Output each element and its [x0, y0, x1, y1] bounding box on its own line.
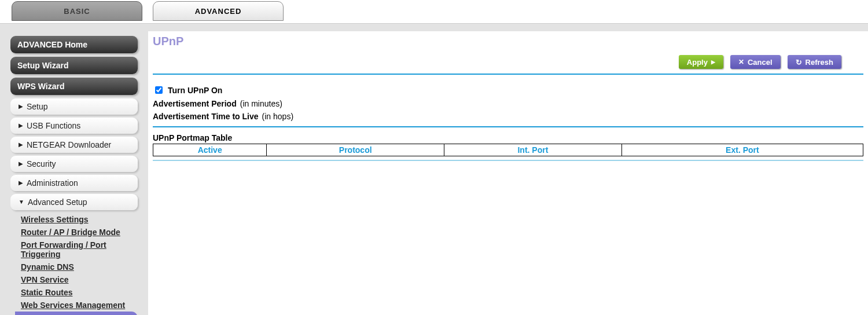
sub-item-port-forwarding[interactable]: Port Forwarding / Port Triggering [17, 239, 138, 261]
caret-right-icon: ▶ [19, 180, 23, 186]
sidebar-item-advanced-setup[interactable]: ▼ Advanced Setup [10, 194, 138, 210]
sidebar-sublist: Wireless Settings Router / AP / Bridge M… [17, 213, 138, 315]
sidebar-wps-wizard[interactable]: WPS Wizard [10, 78, 138, 95]
divider [153, 160, 863, 161]
sidebar-advanced-home[interactable]: ADVANCED Home [10, 36, 138, 53]
caret-right-icon: ▶ [19, 161, 23, 167]
col-active: Active [153, 144, 267, 156]
sub-item-static-routes[interactable]: Static Routes [17, 286, 138, 299]
row-advertisement-period: Advertisement Period (in minutes) [153, 97, 863, 110]
upnp-on-label: Turn UPnP On [168, 86, 222, 95]
col-protocol: Protocol [267, 144, 444, 156]
form-area: Turn UPnP On Advertisement Period (in mi… [148, 75, 868, 126]
ttl-label: Advertisement Time to Live [153, 112, 259, 121]
button-row: Apply ▶ ✕ Cancel ↻ Refresh [148, 53, 868, 74]
table-header-row: Active Protocol Int. Port Ext. Port [153, 144, 863, 156]
refresh-button[interactable]: ↻ Refresh [788, 55, 841, 69]
sub-item-wireless-settings[interactable]: Wireless Settings [17, 213, 138, 226]
caret-down-icon: ▼ [19, 199, 24, 205]
sidebar-setup-wizard[interactable]: Setup Wizard [10, 57, 138, 74]
sub-item-vpn-service[interactable]: VPN Service [17, 273, 138, 286]
sub-item-web-services[interactable]: Web Services Management [17, 299, 138, 312]
col-int-port: Int. Port [444, 144, 622, 156]
caret-right-icon: ▶ [19, 142, 23, 148]
tab-basic[interactable]: BASIC [12, 1, 142, 21]
tab-bar: BASIC ADVANCED [0, 0, 868, 23]
content-panel: UPnP Apply ▶ ✕ Cancel ↻ Refresh Turn UPn… [148, 31, 868, 315]
ttl-unit: (in hops) [262, 112, 293, 121]
close-icon: ✕ [738, 58, 744, 66]
sidebar-item-label: USB Functions [27, 121, 80, 130]
button-label: Apply [687, 58, 708, 67]
tab-advanced[interactable]: ADVANCED [153, 1, 284, 21]
sidebar-item-security[interactable]: ▶ Security [10, 156, 138, 172]
portmap-table-title: UPnP Portmap Table [148, 127, 868, 144]
row-advertisement-ttl: Advertisement Time to Live (in hops) [153, 110, 863, 123]
sidebar-item-setup[interactable]: ▶ Setup [10, 98, 138, 115]
col-ext-port: Ext. Port [621, 144, 863, 156]
button-label: Cancel [748, 58, 773, 67]
caret-right-icon: ▶ [19, 123, 23, 129]
sidebar-item-administration[interactable]: ▶ Administration [10, 175, 138, 191]
upnp-on-checkbox[interactable] [155, 86, 163, 94]
sidebar-item-label: Setup [27, 102, 48, 111]
sidebar-item-label: NETGEAR Downloader [27, 140, 111, 149]
sidebar-item-label: Advanced Setup [28, 197, 87, 207]
sidebar: ADVANCED Home Setup Wizard WPS Wizard ▶ … [0, 31, 148, 315]
apply-button[interactable]: Apply ▶ [679, 55, 723, 69]
sidebar-item-netgear-downloader[interactable]: ▶ NETGEAR Downloader [10, 137, 138, 153]
adv-period-unit: (in minutes) [240, 99, 282, 108]
sub-item-dynamic-dns[interactable]: Dynamic DNS [17, 261, 138, 273]
sub-item-router-mode[interactable]: Router / AP / Bridge Mode [17, 226, 138, 239]
sidebar-item-label: Security [27, 159, 56, 169]
refresh-icon: ↻ [796, 58, 802, 67]
cancel-button[interactable]: ✕ Cancel [730, 55, 781, 69]
page-title: UPnP [148, 31, 868, 53]
tab-strip [0, 23, 868, 31]
portmap-table: Active Protocol Int. Port Ext. Port [153, 144, 863, 156]
apply-arrow-icon: ▶ [711, 59, 715, 65]
button-label: Refresh [806, 58, 833, 67]
row-turn-upnp-on: Turn UPnP On [153, 83, 863, 97]
sidebar-item-usb-functions[interactable]: ▶ USB Functions [10, 118, 138, 134]
adv-period-label: Advertisement Period [153, 99, 237, 108]
sub-item-upnp[interactable]: UPnP [15, 312, 138, 315]
sidebar-item-label: Administration [27, 178, 78, 188]
caret-right-icon: ▶ [19, 104, 23, 109]
